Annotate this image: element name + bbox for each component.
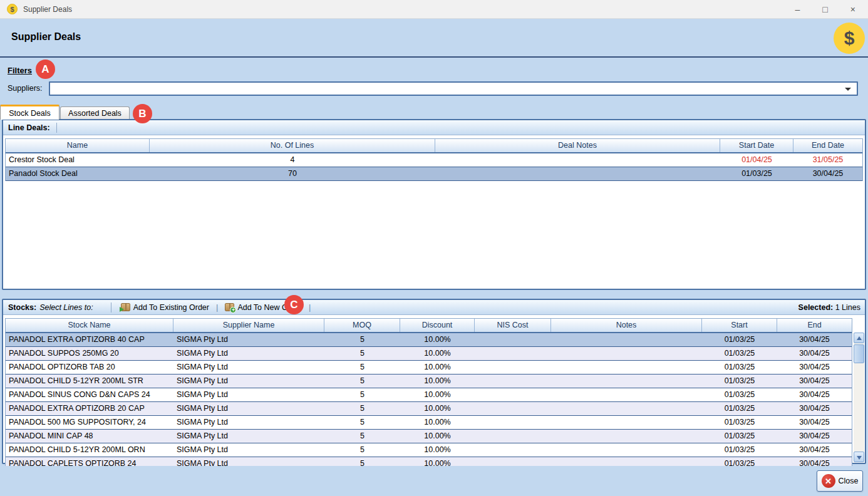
cell-end: 30/04/25 <box>777 388 852 401</box>
cell-moq: 5 <box>324 388 400 401</box>
column-header-moq[interactable]: MOQ <box>324 319 400 332</box>
scroll-up-button[interactable] <box>854 333 864 343</box>
stocks-panel: Stocks: Select Lines to: Add To Existing… <box>2 299 866 464</box>
table-row[interactable]: PANADOL CAPLETS OPTIZORB 24SIGMA Pty Ltd… <box>6 457 852 466</box>
table-row[interactable]: PANADOL CHILD 5-12YR 200ML STRSIGMA Pty … <box>6 375 852 388</box>
column-header-no-of-lines[interactable]: No. Of Lines <box>150 139 435 152</box>
divider <box>56 123 57 133</box>
cell-notes <box>551 416 702 429</box>
cell-stock: PANADOL OPTIZORB TAB 20 <box>6 361 173 374</box>
cell-nis-cost <box>475 361 551 374</box>
line-deals-panel: Line Deals: Name No. Of Lines Deal Notes… <box>2 119 866 290</box>
suppliers-label: Suppliers: <box>8 84 43 93</box>
cell-start: 01/03/25 <box>702 347 777 360</box>
page-header: Supplier Deals $ <box>0 19 868 58</box>
close-button[interactable]: ✕ Close <box>817 470 863 492</box>
scroll-down-button[interactable] <box>854 452 864 462</box>
scrollbar-thumb[interactable] <box>854 344 864 363</box>
line-deals-table-header: Name No. Of Lines Deal Notes Start Date … <box>6 139 862 153</box>
cell-moq: 5 <box>324 361 400 374</box>
cell-discount: 10.00% <box>400 347 475 360</box>
cell-start: 01/03/25 <box>702 333 777 346</box>
cell-stock: PANADOL EXTRA OPTIZORB 40 CAP <box>6 333 173 346</box>
table-row[interactable]: Panadol Stock Deal 70 01/03/25 30/04/25 <box>6 167 862 181</box>
table-row[interactable]: PANADOL 500 MG SUPPOSITORY, 24SIGMA Pty … <box>6 416 852 430</box>
table-row[interactable]: PANADOL SUPPOS 250MG 20SIGMA Pty Ltd510.… <box>6 347 852 361</box>
tab-stock-deals[interactable]: Stock Deals <box>0 105 59 120</box>
window-close-button[interactable]: × <box>850 4 855 14</box>
column-header-nis-cost[interactable]: NIS Cost <box>475 319 551 332</box>
column-header-stock-name[interactable]: Stock Name <box>6 319 173 332</box>
column-header-name[interactable]: Name <box>6 139 150 152</box>
cell-nis-cost <box>475 333 551 346</box>
cell-end: 30/04/25 <box>777 430 852 443</box>
cell-supplier: SIGMA Pty Ltd <box>173 430 324 443</box>
table-row[interactable]: PANADOL OPTIZORB TAB 20SIGMA Pty Ltd510.… <box>6 361 852 375</box>
package-plus-icon: + <box>225 303 234 311</box>
annotation-badge-a: A <box>36 59 55 79</box>
cell-stock: PANADOL MINI CAP 48 <box>6 430 173 443</box>
column-header-notes[interactable]: Notes <box>551 319 702 332</box>
table-row[interactable]: PANADOL EXTRA OPTIZORB 20 CAPSIGMA Pty L… <box>6 402 852 416</box>
titlebar: $ Supplier Deals – □ × <box>0 0 868 19</box>
table-row[interactable]: PANADOL EXTRA OPTIZORB 40 CAPSIGMA Pty L… <box>6 333 852 347</box>
cell-stock: PANADOL 500 MG SUPPOSITORY, 24 <box>6 416 173 429</box>
chevron-down-icon[interactable] <box>845 88 851 91</box>
footer-bar: ✕ Close <box>0 465 868 496</box>
column-header-discount[interactable]: Discount <box>400 319 475 332</box>
cell-discount: 10.00% <box>400 430 475 443</box>
cell-supplier: SIGMA Pty Ltd <box>173 361 324 374</box>
cell-notes <box>551 347 702 360</box>
cell-discount: 10.00% <box>400 402 475 415</box>
table-row[interactable]: Crestor Stock Deal 4 01/04/25 31/05/25 <box>6 153 862 167</box>
cell-start: 01/03/25 <box>702 402 777 415</box>
column-header-start[interactable]: Start <box>702 319 777 332</box>
cell-moq: 5 <box>324 416 400 429</box>
add-to-existing-order-label: Add To Existing Order <box>133 303 209 312</box>
cell-end: 30/04/25 <box>777 443 852 457</box>
cell-lines: 4 <box>150 153 435 167</box>
cell-end: 30/04/25 <box>777 333 852 346</box>
column-header-end[interactable]: End <box>777 319 852 332</box>
column-header-supplier-name[interactable]: Supplier Name <box>173 319 324 332</box>
table-row[interactable]: PANADOL CHILD 5-12YR 200ML ORNSIGMA Pty … <box>6 443 852 457</box>
cell-moq: 5 <box>324 402 400 415</box>
cell-supplier: SIGMA Pty Ltd <box>173 443 324 457</box>
cell-start-date: 01/04/25 <box>720 153 793 167</box>
cell-moq: 5 <box>324 347 400 360</box>
line-deals-table: Name No. Of Lines Deal Notes Start Date … <box>5 138 863 181</box>
cell-start: 01/03/25 <box>702 361 777 374</box>
cell-start: 01/03/25 <box>702 388 777 401</box>
selected-value: 1 Lines <box>835 303 860 312</box>
suppliers-input[interactable] <box>51 83 840 94</box>
column-header-end-date[interactable]: End Date <box>793 139 862 152</box>
column-header-start-date[interactable]: Start Date <box>720 139 793 152</box>
cell-stock: PANADOL CAPLETS OPTIZORB 24 <box>6 457 173 466</box>
cell-start: 01/03/25 <box>702 416 777 429</box>
add-to-existing-order-button[interactable]: Add To Existing Order <box>118 301 212 314</box>
maximize-button[interactable]: □ <box>822 4 827 14</box>
cell-discount: 10.00% <box>400 416 475 429</box>
tab-assorted-deals[interactable]: Assorted Deals <box>60 106 130 120</box>
divider: | <box>216 302 218 312</box>
package-arrow-icon <box>121 303 130 311</box>
table-row[interactable]: PANADOL SINUS CONG D&N CAPS 24SIGMA Pty … <box>6 388 852 402</box>
cell-notes <box>551 430 702 443</box>
window-title: Supplier Deals <box>23 5 72 14</box>
cell-supplier: SIGMA Pty Ltd <box>173 375 324 388</box>
cell-notes <box>551 402 702 415</box>
cell-moq: 5 <box>324 430 400 443</box>
suppliers-combobox[interactable] <box>49 81 858 96</box>
filters-section-toggle[interactable]: Filters <box>8 66 32 75</box>
cell-nis-cost <box>475 388 551 401</box>
minimize-button[interactable]: – <box>795 4 800 14</box>
stocks-table: Stock Name Supplier Name MOQ Discount NI… <box>5 318 852 466</box>
cell-stock: PANADOL CHILD 5-12YR 200ML STR <box>6 375 173 388</box>
cell-supplier: SIGMA Pty Ltd <box>173 416 324 429</box>
cell-end: 30/04/25 <box>777 457 852 466</box>
column-header-deal-notes[interactable]: Deal Notes <box>435 139 720 152</box>
table-row[interactable]: PANADOL MINI CAP 48SIGMA Pty Ltd510.00%0… <box>6 430 852 443</box>
vertical-scrollbar[interactable] <box>854 333 864 462</box>
selected-lines-status: Selected: 1 Lines <box>798 303 865 312</box>
cell-discount: 10.00% <box>400 333 475 346</box>
